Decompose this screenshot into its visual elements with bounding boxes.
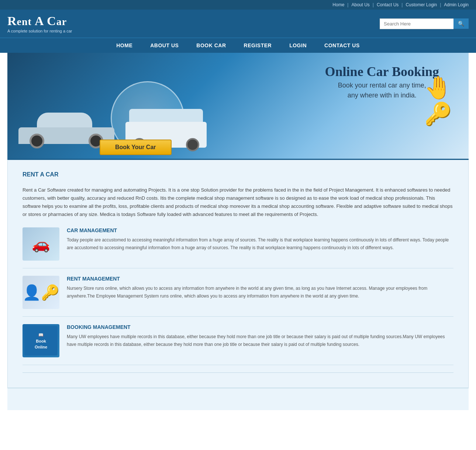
booking-management-desc: Many UW employees have multiple records … [67,333,453,348]
nav-about[interactable]: ABOUT US [141,38,187,53]
nav-book-car[interactable]: BOOK CAR [187,38,235,53]
rent-management-content: RENT MANAGEMENT Nursery Store runs onlin… [67,276,453,300]
hero-text: Online Car Booking Book your rental car … [325,64,439,99]
topbar-about-link[interactable]: About Us [351,2,369,7]
rent-management-title: RENT MANAGEMENT [67,276,453,282]
van-top [129,109,203,122]
topbar-customer-login-link[interactable]: Customer Login [406,2,437,7]
topbar-admin-login-link[interactable]: Admin Login [444,2,469,7]
nav-home[interactable]: HOME [107,38,141,53]
feature-rent-management: 👤🔑 RENT MANAGEMENT Nursery Store runs on… [23,276,453,317]
top-bar: Home | About Us | Contact Us | Customer … [0,0,476,10]
book-online-sublabel: Online [35,345,47,349]
footer-divider [23,372,453,373]
nav-contact[interactable]: CONTACT US [315,38,369,53]
sep4: | [440,2,441,7]
site-title: Rent A Car A complete solution for renti… [7,14,72,33]
rent-management-image: 👤🔑 [23,276,59,309]
topbar-home-link[interactable]: Home [332,2,344,7]
main-nav: HOME ABOUT US BOOK CAR REGISTER LOGIN CO… [0,38,476,53]
booking-management-image: 📖 Book Online [23,324,59,357]
nav-register[interactable]: REGISTER [235,38,281,53]
search-button[interactable]: 🔍 [453,18,469,29]
site-heading: Rent A Car [7,14,72,28]
header: Rent A Car A complete solution for renti… [0,10,476,38]
sep1: | [347,2,348,7]
hero-subline2: any where with in india. [325,92,439,99]
sep3: | [401,2,403,7]
hand-key-icon: 🤚🔑 [424,64,461,138]
book-online-icon: 📖 [38,333,44,337]
car-roof [37,113,92,127]
car-management-title: CAR MANAGEMENT [67,227,453,233]
search-bar: 🔍 [380,18,469,29]
hero-book-button[interactable]: Book Your Car [100,140,172,155]
hero-subline1: Book your rental car any time, [325,82,439,89]
section-title: RENT A CAR [23,171,453,180]
hero-banner: Online Car Booking Book your rental car … [7,53,469,160]
car-management-content: CAR MANAGEMENT Today people are accustom… [67,227,453,251]
site-subtitle: A complete solution for renting a car [7,29,72,33]
book-online-label: Book [36,339,46,343]
van-wheel-right [186,138,199,151]
main-content: RENT A CAR Rent a Car Software created f… [7,160,469,388]
sep2: | [373,2,374,7]
search-input[interactable] [380,18,453,29]
feature-car-management: 🚗 CAR MANAGEMENT Today people are accust… [23,227,453,268]
rent-management-desc: Nursery Store runs online, which allows … [67,285,453,300]
car-management-image: 🚗 [23,227,59,261]
nav-login[interactable]: LOGIN [280,38,315,53]
footer [7,388,469,410]
car-management-desc: Today people are accustomed to accessing… [67,236,453,251]
hero-heading: Online Car Booking [325,64,439,79]
booking-management-content: BOOKING MANAGEMENT Many UW employees hav… [67,324,453,348]
topbar-contact-link[interactable]: Contact Us [377,2,399,7]
booking-management-title: BOOKING MANAGEMENT [67,324,453,330]
feature-booking-management: 📖 Book Online BOOKING MANAGEMENT Many UW… [23,324,453,365]
book-online-box: 📖 Book Online [24,326,58,355]
intro-text: Rent a Car Software created for managing… [23,186,453,219]
car-wheel-left [30,134,44,148]
